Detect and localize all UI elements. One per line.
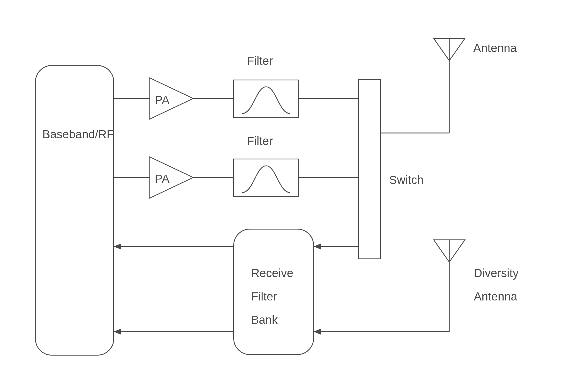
baseband-rf-label: Baseband/RF [42,126,114,143]
antenna-icon [434,38,465,61]
pa2-label: PA [155,171,170,187]
diversity-antenna-label: DiversityAntenna [474,262,529,308]
filter1-block [233,80,299,118]
arrow-switch-rfb [314,244,321,249]
switch-block [358,79,381,259]
filter1-caption: Filter [247,53,273,69]
receive-filter-bank-label: ReceiveFilterBank [251,262,307,332]
pa1-label: PA [155,92,170,109]
diversity-antenna-text: DiversityAntenna [474,267,519,303]
arrow-divant-rfb [314,329,321,334]
diversity-antenna-icon [434,240,465,262]
switch-label: Switch [389,172,424,188]
filter2-block [233,159,299,197]
rfb-line1: ReceiveFilterBank [251,267,293,326]
filter2-caption: Filter [247,133,273,149]
arrow-rfb-bb-top [114,244,121,249]
diagram-canvas: Baseband/RF Filter Filter Switch Receive… [0,0,579,392]
antenna-label: Antenna [473,40,517,56]
arrow-rfb-bb-bottom [114,329,121,334]
baseband-rf-block [35,65,114,356]
